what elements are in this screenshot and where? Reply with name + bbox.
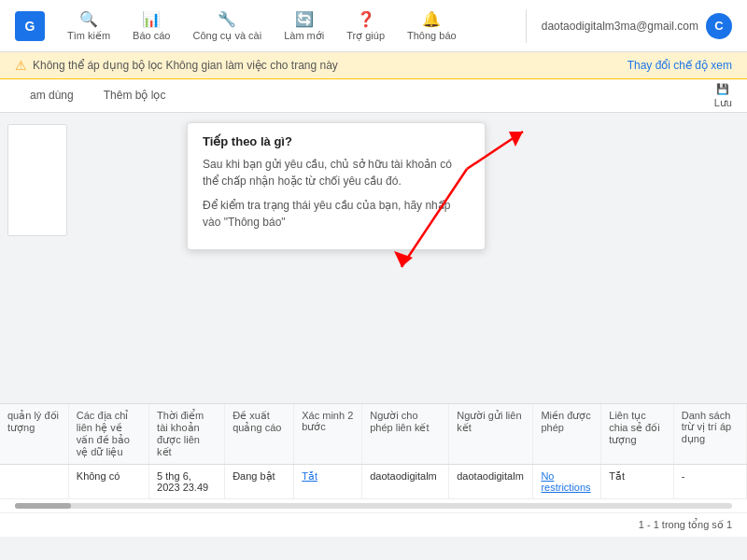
col-header-7: Miền được phép [533,404,601,465]
sub-tabs-left: am dùng Thêm bộ lọc [15,81,180,111]
logo-letter: G [25,19,35,34]
change-view-link[interactable]: Thay đổi chế độ xem [627,59,732,72]
tab-them-bo-loc[interactable]: Thêm bộ lọc [89,81,181,111]
horizontal-scrollbar[interactable] [15,503,732,509]
save-label: Lưu [714,97,732,109]
nav-item-refresh[interactable]: 🔄 Làm mới [273,7,335,46]
main-area: Tiếp theo là gì? Sau khi bạn gửi yêu cầu… [0,113,747,537]
table-section: quản lý đối tượng Các địa chỉ liên hệ về… [0,403,747,537]
save-button[interactable]: 💾 Lưu [714,83,732,109]
nav-label-notifications: Thông báo [407,30,457,41]
cell-9: - [673,465,746,499]
nav-divider [526,9,527,43]
tooltip-paragraph1: Sau khi bạn gửi yêu cầu, chủ sở hữu tài … [203,156,470,189]
cell-4: Tắt [294,465,362,499]
tooltip-title: Tiếp theo là gì? [203,134,470,148]
sub-tabs: am dùng Thêm bộ lọc 💾 Lưu [0,79,747,113]
tab-am-dung-label: am dùng [30,89,74,102]
cell-3: Đang bật [225,465,294,499]
navbar-left: G 🔍 Tìm kiếm 📊 Báo cáo 🔧 Công cụ và cài … [15,7,468,46]
cell-2: 5 thg 6, 2023 23.49 [149,465,225,499]
pagination-text: 1 - 1 trong tổng số 1 [639,519,732,530]
col-header-8: Liên tục chia sẻ đối tượng [601,404,673,465]
cell-1: Không có [68,465,148,499]
save-icon: 💾 [716,83,729,95]
table-row: Không có 5 thg 6, 2023 23.49 Đang bật Tắ… [0,465,747,499]
col-header-4: Xác minh 2 bước [294,404,362,465]
nav-label-tools: Công cụ và cài [192,30,261,42]
tooltip-paragraph2: Để kiểm tra trạng thái yêu cầu của bạn, … [203,197,470,231]
col-header-0: quản lý đối tượng [0,404,68,465]
navbar: G 🔍 Tìm kiếm 📊 Báo cáo 🔧 Công cụ và cài … [0,0,747,52]
col-header-6: Người gửi liên kết [449,404,533,465]
tools-icon: 🔧 [218,10,236,28]
tab-am-dung[interactable]: am dùng [15,81,89,111]
cell-0 [0,465,68,499]
nav-item-search[interactable]: 🔍 Tìm kiếm [56,7,121,46]
table-header-row: quản lý đối tượng Các địa chỉ liên hệ về… [0,404,747,465]
col-header-9: Danh sách trừ vị trí áp dụng [673,404,746,465]
col-header-5: Người cho phép liên kết [362,404,449,465]
svg-marker-1 [394,251,413,267]
nav-label-refresh: Làm mới [284,30,324,42]
user-email: daotaodigitalm3ma@gmail.com [542,20,698,33]
col-header-2: Thời điểm tài khoản được liên kết [149,404,225,465]
left-sidebar [0,113,75,247]
nav-items: 🔍 Tìm kiếm 📊 Báo cáo 🔧 Công cụ và cài 🔄 … [56,7,468,46]
pagination: 1 - 1 trong tổng số 1 [0,512,747,537]
warning-icon: ⚠ [15,58,27,73]
refresh-icon: 🔄 [295,10,314,28]
nav-label-help: Trợ giúp [346,30,385,42]
nav-item-tools[interactable]: 🔧 Công cụ và cài [181,7,273,46]
app-logo: G [15,11,45,41]
col-header-1: Các địa chỉ liên hệ về vấn đề bảo vệ dữ … [68,404,148,465]
report-icon: 📊 [142,10,161,28]
warning-bar-left: ⚠ Không thể áp dụng bộ lọc Không gian là… [15,58,338,73]
help-icon: ❓ [357,10,375,28]
table-wrapper[interactable]: quản lý đối tượng Các địa chỉ liên hệ về… [0,404,747,512]
col-header-3: Đề xuất quảng cáo [225,404,294,465]
cell-7: No restrictions [533,465,601,499]
user-initial: C [714,19,723,33]
cell-6: daotaodigitalm [449,465,533,499]
warning-bar: ⚠ Không thể áp dụng bộ lọc Không gian là… [0,52,747,79]
nav-item-notifications[interactable]: 🔔 Thông báo [396,7,468,45]
data-table: quản lý đối tượng Các địa chỉ liên hệ về… [0,404,747,499]
search-icon: 🔍 [79,10,98,28]
svg-marker-3 [509,132,523,147]
user-avatar[interactable]: C [706,13,732,39]
bell-icon: 🔔 [422,10,441,28]
tab-them-bo-loc-label: Thêm bộ lọc [104,89,166,102]
cell-8: Tắt [601,465,673,499]
nav-label-search: Tìm kiếm [67,30,110,42]
tooltip-box: Tiếp theo là gì? Sau khi bạn gửi yêu cầu… [187,122,486,250]
scrollbar-thumb[interactable] [15,503,71,509]
nav-item-help[interactable]: ❓ Trợ giúp [335,7,396,46]
nav-label-report: Báo cáo [133,30,170,41]
nav-item-report[interactable]: 📊 Báo cáo [121,7,181,45]
sidebar-box [7,124,67,236]
cell-5: daotaodigitalm [362,465,449,499]
navbar-right: daotaodigitalm3ma@gmail.com C [518,9,732,43]
warning-text: Không thể áp dụng bộ lọc Không gian làm … [33,59,338,72]
